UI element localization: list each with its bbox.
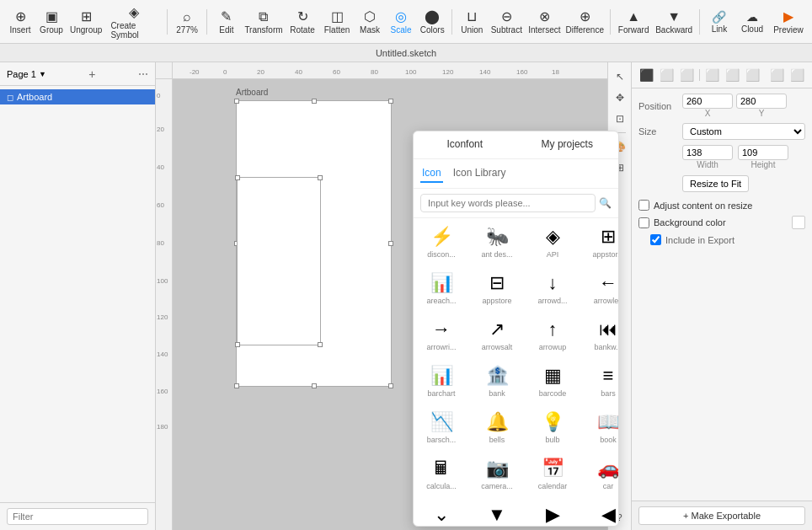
inner-handle-br[interactable] [318, 342, 323, 347]
icon-cell[interactable]: 🚗 car [580, 450, 618, 496]
tab-my-projects[interactable]: My projects [516, 131, 619, 158]
x-input[interactable] [682, 94, 733, 109]
divider3 [451, 9, 452, 35]
toolbar-mask[interactable]: ⬡ Mask [355, 5, 385, 38]
include-export-checkbox[interactable] [650, 234, 661, 245]
icon-cell[interactable]: ⌄ caret-c... [414, 496, 469, 526]
y-input[interactable] [736, 94, 787, 109]
align-center-h-btn[interactable]: ⬜ [657, 67, 676, 83]
tab-iconfont[interactable]: Iconfont [414, 131, 516, 158]
toolbar-difference[interactable]: ⊕ Difference [564, 5, 606, 38]
rotate-icon: ↻ [297, 8, 308, 24]
icon-cell[interactable]: 📊 barchart [414, 357, 469, 404]
handle-tm[interactable] [312, 99, 317, 104]
toolbar-union[interactable]: ⊔ Union [457, 5, 487, 38]
icon-cell[interactable]: 📊 areach... [414, 265, 469, 311]
icon-cell[interactable]: ↑ arrowup [525, 311, 580, 357]
cursor-tool-btn[interactable]: ↖ [611, 67, 629, 86]
toolbar-create-symbol[interactable]: ◈ Create Symbol [105, 1, 163, 43]
handle-bl[interactable] [234, 383, 239, 388]
icon-cell[interactable]: 💡 bulb [525, 404, 580, 450]
insert-icon: ⊕ [15, 8, 26, 24]
panel-settings-icon[interactable]: ⋯ [138, 68, 148, 80]
bg-color-checkbox[interactable] [638, 217, 649, 228]
new-page-btn[interactable]: + [88, 67, 95, 81]
adjust-content-checkbox[interactable] [638, 200, 649, 211]
icon-cell[interactable]: 📖 book [580, 404, 618, 450]
icon-cell[interactable]: → arrowri... [414, 311, 469, 357]
toolbar-intersect[interactable]: ⊗ Intersect [526, 5, 563, 38]
toolbar-insert[interactable]: ⊕ Insert [5, 5, 35, 38]
height-input[interactable] [738, 145, 788, 160]
toolbar-preview[interactable]: ▶ Preview [770, 5, 807, 38]
icon-cell[interactable]: ◈ API [525, 218, 580, 265]
bg-color-swatch[interactable] [792, 216, 805, 229]
make-exportable-btn[interactable]: + Make Exportable [638, 506, 805, 525]
artboard-body[interactable] [236, 100, 392, 387]
toolbar-zoom[interactable]: ⌕ 277% [172, 6, 202, 38]
filter-input[interactable] [7, 508, 148, 525]
inner-handle-tr[interactable] [318, 175, 323, 180]
icon-cell[interactable]: ⊞ appstor... [580, 218, 618, 265]
toolbar-subtract[interactable]: ⊖ Subtract [488, 5, 525, 38]
size-dropdown[interactable]: Custom [682, 123, 805, 140]
handle-br[interactable] [388, 383, 393, 388]
inner-handle-tl[interactable] [235, 175, 240, 180]
toolbar-transform[interactable]: ⧉ Transform [243, 6, 285, 38]
toolbar-scale[interactable]: ◎ Scale [386, 5, 416, 38]
icon-cell[interactable]: 📷 camera... [469, 450, 525, 496]
align-center-v-btn[interactable]: ⬜ [723, 67, 742, 83]
icon-search-input[interactable] [420, 194, 596, 212]
page-selector[interactable]: Page 1 ▼ [7, 69, 46, 79]
toolbar-forward[interactable]: ▲ Forward [615, 6, 652, 38]
iconfont-tabs: Iconfont My projects [414, 131, 618, 159]
inner-rect[interactable] [237, 177, 321, 345]
icon-cell[interactable]: ▦ barcode [525, 357, 580, 404]
distribute-v-btn[interactable]: ⬜ [788, 67, 807, 83]
icon-cell[interactable]: 📅 calendar [525, 450, 580, 496]
layer-tool-btn[interactable]: ⊡ [611, 110, 629, 128]
icon-cell[interactable]: ↗ arrowsalt [469, 311, 525, 357]
align-top-btn[interactable]: ⬜ [702, 67, 722, 83]
icon-cell[interactable]: ≡ bars [580, 357, 618, 404]
icon-cell[interactable]: 📉 barsch... [414, 404, 469, 450]
inner-handle-bl[interactable] [235, 342, 240, 347]
width-input[interactable] [682, 145, 733, 160]
icon-cell[interactable]: 🔔 bells [469, 404, 525, 450]
align-left-btn[interactable]: ⬛ [637, 67, 656, 83]
icon-cell[interactable]: ▼ caretdo... [469, 496, 525, 526]
icon-cell[interactable]: 🐜 ant des... [469, 218, 525, 265]
align-bottom-btn[interactable]: ⬜ [743, 67, 762, 83]
icon-cell[interactable]: 🏦 bank [469, 357, 525, 404]
icon-cell[interactable]: ⚡ discon... [414, 218, 469, 265]
handle-mr[interactable] [388, 241, 393, 246]
resize-fit-btn[interactable]: Resize to Fit [682, 175, 749, 192]
toolbar-backward[interactable]: ▼ Backward [653, 6, 695, 38]
sub-tab-icon[interactable]: Icon [420, 164, 443, 183]
distribute-h-btn[interactable]: ⬜ [767, 67, 787, 83]
icon-cell[interactable]: ◀ caretleft [580, 496, 618, 526]
toolbar-cloud[interactable]: ☁ Cloud [735, 7, 769, 37]
icon-cell[interactable]: ↓ arrowd... [525, 265, 580, 311]
icon-cell[interactable]: ← arrowleft [580, 265, 618, 311]
layer-item[interactable]: ◻ Artboard [0, 89, 155, 104]
handle-bm[interactable] [312, 383, 317, 388]
icon-cell[interactable]: ▶ caretri... [525, 496, 580, 526]
icon-cell[interactable]: ⊟ appstore [469, 265, 525, 311]
handle-tr[interactable] [388, 99, 393, 104]
cloud-icon: ☁ [746, 10, 758, 24]
toolbar-rotate[interactable]: ↻ Rotate [286, 5, 319, 38]
toolbar-link[interactable]: 🔗 Link [704, 7, 735, 37]
toolbar-colors[interactable]: ⬤ Colors [417, 5, 447, 38]
toolbar-edit[interactable]: ✎ Edit [211, 5, 242, 38]
icon-cell[interactable]: ⏮ bankw... [580, 311, 618, 357]
align-right-btn[interactable]: ⬜ [677, 67, 697, 83]
handle-tl[interactable] [234, 99, 239, 104]
hand-tool-btn[interactable]: ✥ [611, 88, 629, 107]
icon-cell[interactable]: 🖩 calcula... [414, 450, 469, 496]
sub-tab-icon-library[interactable]: Icon Library [451, 164, 508, 183]
toolbar-ungroup[interactable]: ⊞ Ungroup [67, 5, 104, 38]
mask-icon: ⬡ [364, 8, 376, 24]
toolbar-group[interactable]: ▣ Group [36, 5, 67, 38]
toolbar-flatten[interactable]: ◫ Flatten [320, 5, 354, 38]
